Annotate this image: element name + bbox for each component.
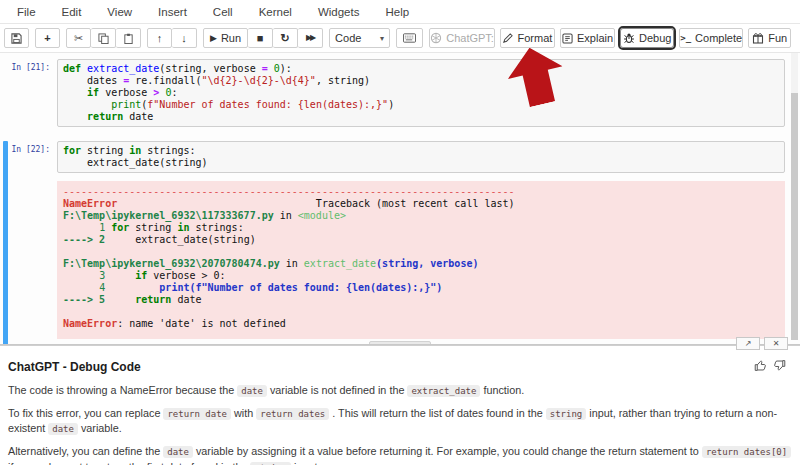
feedback-buttons: [754, 358, 786, 376]
code-editor[interactable]: for string in strings: extract_date(stri…: [57, 141, 785, 173]
menu-kernel[interactable]: Kernel: [246, 2, 305, 22]
pen-icon: [502, 33, 513, 44]
panel-window-buttons: ↗ ✕: [736, 337, 788, 350]
explain-button[interactable]: Explain: [560, 28, 616, 48]
code-cell-21: In [21]: def extract_date(string, verbos…: [0, 59, 800, 133]
restart-kernel-button[interactable]: ↻: [273, 28, 298, 48]
open-in-window-button[interactable]: ↗: [736, 337, 760, 350]
menu-bar: File Edit View Insert Cell Kernel Widget…: [0, 0, 800, 24]
gift-icon: [752, 32, 764, 44]
terminal-prompt-icon: >_: [680, 33, 691, 43]
thumbs-up-icon[interactable]: [754, 358, 767, 376]
document-icon: [562, 33, 573, 44]
menu-widgets[interactable]: Widgets: [305, 2, 373, 22]
paste-cell-button[interactable]: [116, 28, 141, 48]
stop-icon: ■: [257, 33, 264, 44]
panel-title: ChatGPT - Debug Code: [8, 360, 141, 374]
menu-file[interactable]: File: [4, 2, 49, 22]
scrollbar-thumb[interactable]: [791, 93, 798, 340]
close-icon: ✕: [773, 339, 780, 348]
plus-icon: +: [44, 33, 50, 44]
scissors-icon: ✂: [74, 33, 83, 44]
play-icon: ▶: [210, 34, 217, 43]
menu-edit[interactable]: Edit: [49, 2, 95, 22]
complete-button[interactable]: >_ Complete: [679, 28, 744, 48]
move-cell-down-button[interactable]: ↓: [172, 28, 197, 48]
chatgpt-panel: ↗ ✕ ChatGPT - Debug Code The code is thr…: [0, 345, 800, 462]
complete-label: Complete: [695, 32, 742, 44]
interrupt-kernel-button[interactable]: ■: [248, 28, 273, 48]
thumbs-down-icon[interactable]: [773, 358, 786, 376]
explain-label: Explain: [577, 32, 613, 44]
code-editor[interactable]: def extract_date(string, verbose = 0): d…: [57, 59, 785, 127]
panel-paragraph-1: The code is throwing a NameError because…: [8, 383, 792, 399]
arrow-down-icon: ↓: [181, 33, 187, 44]
command-palette-button[interactable]: [396, 28, 423, 48]
panel-paragraph-2: To fix this error, you can replace retur…: [8, 406, 792, 437]
move-cell-up-button[interactable]: ↑: [147, 28, 172, 48]
menu-cell[interactable]: Cell: [200, 2, 246, 22]
input-prompt: In [21]:: [0, 59, 57, 72]
notebook-area: In [21]: def extract_date(string, verbos…: [0, 53, 800, 345]
cell-type-select[interactable]: Code ▾: [329, 28, 390, 48]
restart-run-all-button[interactable]: ▶▶: [298, 28, 323, 48]
cell-type-value: Code: [335, 32, 361, 44]
panel-paragraph-3: Alternatively, you can define the date v…: [8, 444, 792, 465]
fast-forward-icon: ▶▶: [306, 34, 314, 42]
fun-label: Fun: [768, 32, 787, 44]
code-cell-22: In [22]: for string in strings: extract_…: [0, 141, 800, 345]
run-button[interactable]: ▶ Run: [203, 28, 248, 48]
copy-cell-button[interactable]: [91, 28, 116, 48]
format-button[interactable]: Format: [500, 28, 555, 48]
fun-button[interactable]: Fun: [748, 28, 791, 48]
debug-label: Debug: [639, 32, 671, 44]
keyboard-icon: [403, 33, 416, 43]
input-prompt: In [22]:: [0, 141, 57, 154]
toolbar: + ✂ ↑ ↓ ▶ Run ■ ↻ ▶▶ Code ▾: [0, 24, 800, 53]
notebook-scrollbar[interactable]: [791, 53, 798, 340]
chatgpt-logo-icon: [430, 32, 442, 44]
copy-icon: [98, 33, 109, 44]
bug-icon: [623, 32, 635, 44]
close-panel-button[interactable]: ✕: [764, 337, 788, 350]
external-link-icon: ↗: [745, 339, 752, 348]
cut-cell-button[interactable]: ✂: [66, 28, 91, 48]
clipboard-icon: [123, 33, 134, 44]
format-label: Format: [517, 32, 552, 44]
debug-button[interactable]: Debug: [620, 28, 674, 48]
menu-insert[interactable]: Insert: [145, 2, 200, 22]
arrow-up-icon: ↑: [157, 33, 163, 44]
menu-help[interactable]: Help: [372, 2, 422, 22]
save-button[interactable]: [4, 28, 29, 48]
chatgpt-label: ChatGPT:: [446, 32, 494, 44]
save-icon: [11, 33, 22, 44]
chatgpt-button[interactable]: ChatGPT:: [429, 28, 495, 48]
menu-view[interactable]: View: [94, 2, 145, 22]
chevron-down-icon: ▾: [380, 34, 384, 43]
restart-icon: ↻: [281, 33, 290, 44]
run-label: Run: [221, 32, 241, 44]
add-cell-button[interactable]: +: [35, 28, 60, 48]
error-traceback-output: ----------------------------------------…: [57, 181, 785, 339]
